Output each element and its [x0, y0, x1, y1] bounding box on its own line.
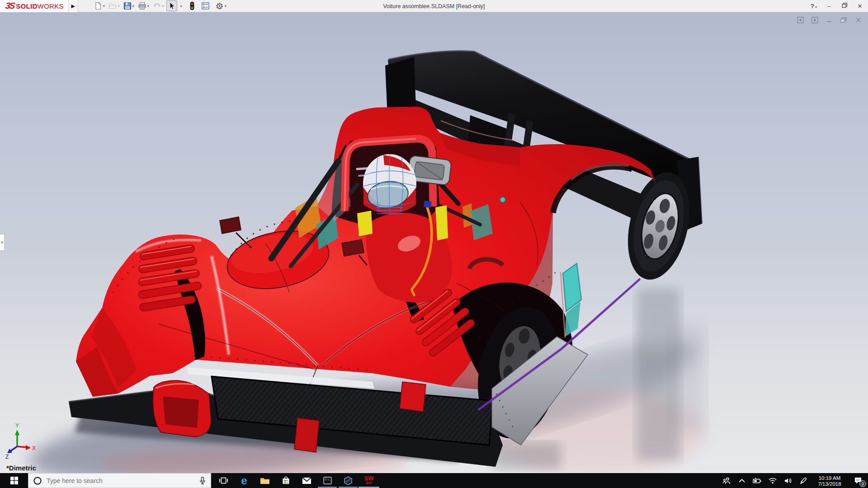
- taskbar-search-box[interactable]: [28, 473, 211, 488]
- gear-icon: [215, 2, 224, 10]
- select-caret-button[interactable]: ▾: [178, 0, 184, 11]
- flyout-arrow-icon: ▶: [71, 3, 75, 9]
- mail-icon: [302, 477, 311, 484]
- restore-icon: [842, 3, 848, 8]
- hexagon-app-icon: [344, 476, 353, 485]
- model-scene: Y X Z: [0, 12, 868, 473]
- save-button[interactable]: ▾: [122, 0, 136, 11]
- store-icon: [282, 476, 290, 485]
- save-floppy-icon: [123, 2, 132, 10]
- open-button[interactable]: ▾: [107, 0, 121, 11]
- print-button[interactable]: ▾: [137, 0, 151, 11]
- battery-icon[interactable]: [750, 473, 765, 488]
- window-controls: ? ▾ – ✕: [809, 0, 864, 12]
- taskbar-clock[interactable]: 10:19 AM 7/13/2018: [811, 474, 848, 487]
- people-icon[interactable]: [719, 473, 734, 488]
- print-caret-icon[interactable]: ▾: [147, 4, 149, 8]
- file-explorer-icon: [260, 477, 270, 485]
- clock-time: 10:19 AM: [811, 475, 848, 481]
- solidworks-2017-icon: SW2017: [364, 476, 374, 485]
- new-document-button[interactable]: ▾: [93, 0, 106, 11]
- chevron-up-icon[interactable]: [734, 473, 750, 488]
- select-caret-icon: ▾: [180, 4, 182, 8]
- system-tray: 10:19 AM 7/13/2018 2: [719, 473, 868, 488]
- svg-text:C:\_: C:\_: [325, 478, 331, 481]
- help-button[interactable]: ? ▾: [809, 3, 818, 9]
- command-prompt-button[interactable]: C:\_: [317, 473, 338, 488]
- undo-icon: [153, 2, 161, 10]
- properties-list-icon: [201, 2, 210, 10]
- left-mirror: [220, 217, 251, 248]
- edge-button[interactable]: e: [234, 473, 255, 488]
- solidworks-taskbar-button[interactable]: SW2017: [359, 473, 379, 488]
- print-icon: [138, 2, 146, 10]
- store-button[interactable]: [275, 473, 296, 488]
- logo-text-works: WORKS: [38, 2, 64, 10]
- restore-button[interactable]: [840, 3, 849, 9]
- undo-button[interactable]: ▾: [151, 0, 165, 11]
- menu-flyout-button[interactable]: ▶: [68, 0, 78, 12]
- search-input[interactable]: [47, 477, 194, 484]
- mail-button[interactable]: [296, 473, 317, 488]
- previous-window-button[interactable]: [797, 16, 804, 23]
- triad-z-label: Z: [5, 454, 9, 460]
- new-caret-icon[interactable]: ▾: [103, 4, 105, 8]
- triad-y-label: Y: [15, 422, 19, 429]
- task-view-icon: [219, 477, 228, 484]
- file-explorer-button[interactable]: [255, 473, 275, 488]
- solidworks-window: 3S SOLIDWORKS ▶ ▾ ▾: [0, 0, 868, 488]
- new-document-icon: [94, 2, 102, 10]
- options-button[interactable]: ▾: [214, 0, 228, 11]
- orientation-triad[interactable]: Y X Z: [5, 422, 36, 460]
- cortana-circle-icon: [33, 476, 42, 485]
- windows-taskbar: e: [0, 473, 868, 488]
- open-caret-icon[interactable]: ▾: [118, 4, 120, 8]
- graphics-area[interactable]: Y X Z: [0, 12, 868, 473]
- undo-caret-icon[interactable]: ▾: [162, 4, 164, 8]
- doc-close-button[interactable]: [854, 16, 862, 23]
- view-orientation-label: *Dimetric: [6, 464, 36, 472]
- clock-date: 7/13/2018: [811, 481, 848, 487]
- task-view-button[interactable]: [213, 473, 234, 488]
- action-center-button[interactable]: 2: [848, 473, 868, 488]
- tab-dot-icon: [1, 241, 3, 244]
- logo-text-solid: SOLID: [16, 2, 37, 10]
- doc-restore-button[interactable]: [840, 16, 847, 23]
- title-bar: 3S SOLIDWORKS ▶ ▾ ▾: [0, 0, 868, 12]
- notification-badge: 2: [859, 480, 866, 487]
- doc-minimize-button[interactable]: [826, 16, 833, 23]
- triad-x-label: X: [32, 445, 36, 451]
- feature-manager-collapse-tab[interactable]: [0, 234, 5, 251]
- document-window-controls: [797, 16, 862, 23]
- start-button[interactable]: [0, 473, 28, 488]
- minimize-button[interactable]: –: [825, 3, 834, 9]
- next-window-button[interactable]: [811, 16, 818, 23]
- quick-toolbar: ▾ ▾ ▾: [93, 0, 228, 11]
- pen-icon[interactable]: [796, 473, 811, 488]
- select-button[interactable]: [166, 0, 177, 11]
- wifi-icon[interactable]: [765, 473, 780, 488]
- microphone-icon[interactable]: [199, 476, 206, 485]
- help-caret-icon: ▾: [814, 5, 817, 9]
- select-cursor-icon: [168, 2, 175, 10]
- volume-icon[interactable]: [780, 473, 796, 488]
- command-prompt-icon: C:\_: [323, 477, 332, 484]
- 3d-viewer-button[interactable]: [338, 473, 359, 488]
- edge-icon: e: [241, 476, 247, 486]
- close-button[interactable]: ✕: [855, 3, 864, 9]
- solidworks-logo: 3S SOLIDWORKS: [0, 0, 68, 12]
- options-caret-icon[interactable]: ▾: [225, 4, 226, 8]
- windows-logo-icon: [10, 477, 18, 484]
- traffic-light-icon: [189, 1, 195, 10]
- display-states-button[interactable]: [188, 0, 196, 11]
- dassault-3s-logo-icon: 3S: [5, 1, 14, 11]
- taskbar-apps: e: [213, 473, 379, 488]
- save-caret-icon[interactable]: ▾: [132, 4, 134, 8]
- task-pane-button[interactable]: [200, 0, 211, 11]
- open-folder-icon: [108, 2, 117, 10]
